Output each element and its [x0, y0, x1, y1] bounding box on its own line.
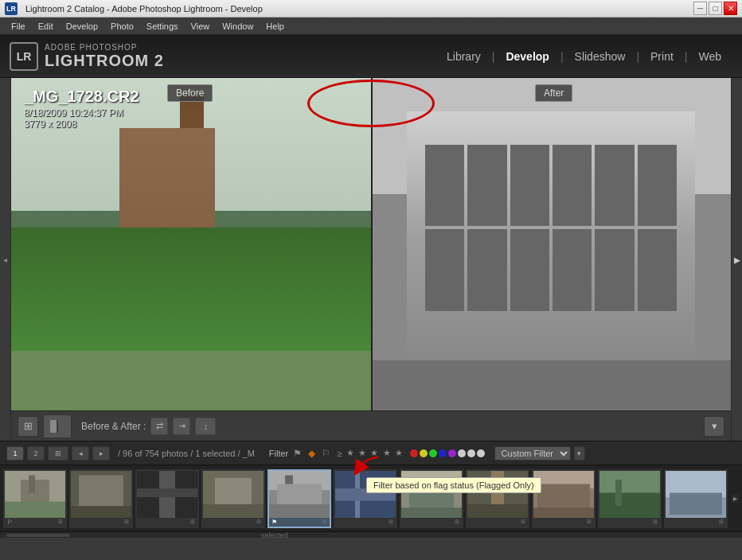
nav-links: Library | Develop | Slideshow | Print | …: [435, 47, 732, 66]
custom-filter-dropdown[interactable]: Custom Filter: [494, 446, 571, 461]
compare-grid-button[interactable]: ⊞: [48, 446, 68, 461]
next-photo-button[interactable]: ▸: [92, 446, 110, 461]
green-color-filter[interactable]: [429, 449, 437, 457]
nav-print[interactable]: Print: [639, 47, 685, 66]
thumb-img-8: [467, 471, 528, 519]
before-after-icon: [49, 419, 65, 434]
menu-develop[interactable]: Develop: [60, 20, 104, 33]
thumb-num-10: ⊞: [653, 519, 658, 525]
sync-button[interactable]: ↕: [195, 418, 216, 435]
nav-develop[interactable]: Develop: [494, 47, 560, 66]
film-thumb-4[interactable]: ⊞: [201, 469, 265, 528]
before-label: Before: [167, 84, 213, 102]
thumb-svg-10: [599, 471, 660, 519]
before-after-label: Before & After :: [81, 421, 146, 432]
filmstrip-menu-button[interactable]: ▾: [574, 446, 585, 461]
thumb-bottom-7: ⊞: [401, 518, 462, 527]
star-rating-filter[interactable]: ★ ★ ★ ★ ★: [346, 448, 403, 458]
white3-color-filter[interactable]: [477, 449, 485, 457]
menu-settings[interactable]: Settings: [140, 20, 185, 33]
nav-web[interactable]: Web: [687, 47, 732, 66]
yellow-color-filter[interactable]: [420, 449, 428, 457]
nav-library[interactable]: Library: [435, 47, 492, 66]
nav-slideshow[interactable]: Slideshow: [564, 47, 637, 66]
filmstrip-scroll-right[interactable]: ▸: [730, 494, 739, 503]
film-thumb-9[interactable]: ⊞: [532, 469, 596, 528]
white2-color-filter[interactable]: [467, 449, 475, 457]
film-thumb-7[interactable]: ⊞: [400, 469, 463, 528]
thumb-bottom-11: ⊞: [666, 518, 726, 527]
film-thumb-10[interactable]: ⊞: [598, 469, 662, 528]
right-panel-toggle[interactable]: ▸: [731, 78, 742, 441]
scroll-bar[interactable]: [6, 534, 70, 537]
film-thumb-8[interactable]: ⊞: [466, 469, 529, 528]
thumb-num-7: ⊞: [455, 519, 459, 525]
film-thumb-2[interactable]: ⊞: [69, 469, 133, 528]
flag-down-icon[interactable]: ⚐: [322, 448, 330, 459]
thumb-svg-3: [137, 471, 197, 519]
left-panel-toggle[interactable]: ◂: [0, 78, 11, 441]
thumb-img-7: [401, 471, 462, 519]
svg-rect-34: [533, 508, 594, 518]
thumb-num-11: ⊞: [719, 519, 724, 525]
bottom-toolbar: ⊞ Before & After : ⇄ ⇥ ↕ ▾: [11, 410, 731, 441]
close-button[interactable]: ✕: [724, 2, 737, 15]
titlebar-controls[interactable]: ─ □ ✕: [693, 2, 737, 15]
maximize-button[interactable]: □: [709, 2, 722, 15]
thumb-num-9: ⊞: [587, 519, 592, 525]
copy-settings-button[interactable]: ⇥: [173, 418, 190, 435]
svg-rect-30: [467, 504, 528, 518]
svg-rect-37: [615, 480, 622, 506]
after-windows: [425, 145, 677, 311]
thumb-num-5: ⊞: [322, 519, 327, 525]
film-thumb-3[interactable]: ⊞: [135, 469, 199, 528]
menu-view[interactable]: View: [185, 20, 217, 33]
red-color-filter[interactable]: [410, 449, 418, 457]
titlebar: LR Lightroom 2 Catalog - Adobe Photoshop…: [0, 0, 742, 18]
svg-rect-40: [670, 492, 722, 515]
thumb-svg-1: [5, 471, 65, 519]
thumb-bottom-1: 🏳 ⊞: [5, 518, 65, 527]
menu-file[interactable]: File: [5, 20, 32, 33]
before-ground: [11, 351, 371, 410]
single-view-button[interactable]: 1: [6, 446, 24, 461]
film-thumb-1[interactable]: 🏳 ⊞: [3, 469, 67, 528]
grid-view-button[interactable]: ⊞: [18, 416, 38, 437]
film-thumb-6[interactable]: ⊞: [334, 469, 397, 528]
svg-rect-1: [58, 420, 64, 433]
prev-photo-button[interactable]: ◂: [72, 446, 89, 461]
svg-rect-8: [79, 475, 123, 510]
film-thumb-11[interactable]: ⊞: [664, 469, 728, 528]
thumb-num-3: ⊞: [190, 519, 195, 525]
flag-diamond-icon[interactable]: ◆: [308, 448, 315, 459]
panel-toggle-button[interactable]: ▾: [704, 416, 724, 437]
svg-rect-6: [5, 501, 65, 518]
photo-info: _MG_1728.CR2 8/18/2009 10:24:37 PM 3779 …: [24, 88, 139, 130]
swap-before-after-button[interactable]: ⇄: [150, 418, 168, 435]
purple-color-filter[interactable]: [448, 449, 456, 457]
grid-view-small-button[interactable]: 2: [27, 446, 45, 461]
thumb-bottom-4: ⊞: [203, 518, 264, 527]
menu-photo[interactable]: Photo: [104, 20, 140, 33]
menu-help[interactable]: Help: [260, 20, 291, 33]
thumb-num-6: ⊞: [389, 519, 393, 525]
photo-filename: _MG_1728.CR2: [24, 88, 139, 106]
white1-color-filter[interactable]: [458, 449, 466, 457]
thumb-bottom-2: ⊞: [71, 518, 131, 527]
minimize-button[interactable]: ─: [693, 2, 707, 15]
film-thumb-5[interactable]: ⚑ ⊞: [268, 469, 331, 528]
thumb-num-2: ⊞: [124, 519, 129, 525]
photo-dimensions: 3779 x 2008: [24, 119, 139, 130]
thumb-svg-6: [335, 471, 396, 519]
thumb-svg-5: [269, 471, 330, 519]
scroll-right-icon: ▸: [733, 494, 737, 503]
lr-logo-icon: LR: [10, 42, 38, 71]
before-after-button[interactable]: [43, 414, 72, 438]
blue-color-filter[interactable]: [439, 449, 447, 457]
thumb-img-4: [203, 471, 264, 519]
filter-label: Filter: [269, 449, 288, 458]
menu-window[interactable]: Window: [216, 20, 260, 33]
thumb-bottom-3: ⊞: [137, 518, 197, 527]
menu-edit[interactable]: Edit: [32, 20, 60, 33]
flag-up-icon[interactable]: ⚑: [293, 448, 302, 459]
